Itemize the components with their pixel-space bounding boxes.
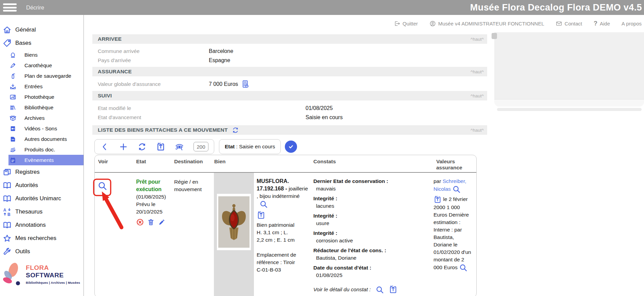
sidebar-item-carotheque[interactable]: Carothèque — [0, 60, 84, 71]
page-size-input[interactable] — [194, 142, 208, 151]
sidebar-item-outils[interactable]: Outils — [0, 245, 84, 258]
flora-software-logo: FLORA SOFTWARE Bibliothèques | Archives … — [1, 259, 83, 289]
photo-icon — [10, 94, 16, 100]
sidebar-item-evenements[interactable]: Evènements — [8, 155, 84, 165]
sidebar-item-registres[interactable]: Registres — [0, 165, 84, 179]
cell-voir — [95, 173, 133, 296]
toolbar-actions — [94, 139, 214, 154]
biens-table: Voir Etat Destination Bien Constats Vale… — [94, 155, 477, 296]
estimation-search-icon[interactable] — [459, 263, 467, 272]
logo-title: FLORA SOFTWARE — [26, 264, 83, 279]
sidebar-item-entrees[interactable]: Entrées — [0, 81, 84, 92]
apply-filter-button[interactable] — [285, 141, 297, 153]
menu-label[interactable]: Décrire — [26, 4, 44, 11]
calendar-icon — [10, 157, 16, 164]
mail-icon — [556, 20, 562, 27]
question-icon: ? — [594, 20, 597, 27]
sidebar-item-plan-de-sauvegarde[interactable]: Plan de sauvegarde — [0, 71, 84, 81]
section-arrivee-header: ARRIVEE ^haut^ — [92, 34, 487, 44]
ab-translate-icon — [3, 207, 12, 216]
home-icon — [3, 25, 12, 34]
calculator-icon[interactable] — [241, 80, 250, 88]
sidebar-item-biens[interactable]: Biens — [0, 50, 84, 60]
cell-constats: Dernier Etat de conservation :mauvais In… — [310, 173, 429, 296]
bien-open-icon[interactable] — [257, 211, 265, 220]
constat-item: Dernier Etat de conservation :mauvais — [313, 178, 426, 192]
open-book-icon — [3, 194, 12, 203]
bien-id: MUSFLORA. 17.192.168 - — [257, 178, 289, 191]
sidebar-item-autres-documents[interactable]: Autres documents — [0, 134, 84, 144]
edit-icon[interactable] — [158, 218, 166, 226]
sidebar-item-videos-sons[interactable]: Vidéos - Sons — [0, 123, 84, 134]
delete-icon[interactable] — [147, 218, 155, 226]
status-date: (01/08/2025) — [136, 193, 169, 201]
constat-item: Rédacteur de l'état de cons. :Bautista, … — [313, 247, 426, 262]
constat-open-icon[interactable] — [389, 285, 398, 294]
haut-link[interactable]: ^haut^ — [471, 69, 484, 74]
haut-link[interactable]: ^haut^ — [471, 37, 484, 42]
reload-icon[interactable] — [137, 142, 147, 151]
top-bar: Décrire Musée Flora Decalog Flora DEMO v… — [0, 0, 644, 15]
sidebar-item-annotations[interactable]: Annotations — [0, 218, 84, 232]
wrench-icon — [3, 247, 12, 256]
constat-search-icon[interactable] — [375, 285, 384, 294]
col-header-voir: Voir — [95, 155, 133, 172]
eagle-brooch-image — [218, 195, 250, 249]
sidebar-item-mes-recherches[interactable]: Mes recherches — [0, 232, 84, 245]
bien-search-icon[interactable] — [259, 200, 268, 208]
quitter-button[interactable]: Quitter — [394, 20, 418, 27]
constat-detail-line: Voir le détail du constat : — [313, 285, 426, 294]
constat-item: Date du constat d'état :01/08/2025 — [313, 264, 426, 279]
sidebar-item-produits-doc[interactable]: Produits doc. — [0, 144, 84, 155]
panel-collapse-handle[interactable] — [492, 33, 497, 39]
export-icon[interactable] — [156, 142, 165, 151]
aide-link[interactable]: ?Aide — [594, 20, 610, 27]
section-assurance-header: ASSURANCE ^haut^ — [92, 67, 487, 76]
user-menu[interactable]: Musée v4 ADMINISTRATEUR FONCTIONNEL — [429, 20, 544, 27]
cell-bien: MUSFLORA. 17.192.168 - joaillerie , bijo… — [211, 173, 310, 296]
contact-link[interactable]: Contact — [556, 20, 582, 27]
a-propos-link[interactable]: A propos — [622, 21, 642, 26]
refresh-icon[interactable] — [232, 127, 239, 134]
cancel-icon[interactable] — [136, 218, 144, 226]
sidebar-item-autorites-unimarc[interactable]: Autorités Unimarc — [0, 192, 84, 205]
filter-chip[interactable]: Etat : Saisie en cours — [219, 139, 281, 154]
eye-view-icon[interactable] — [175, 142, 184, 151]
artifact-icon — [10, 52, 16, 58]
cell-destination: Régie / en mouvement — [171, 173, 211, 296]
sidebar-item-general[interactable]: Général — [0, 23, 84, 36]
add-icon[interactable] — [119, 142, 128, 151]
back-chevron-icon[interactable] — [100, 142, 109, 151]
sidebar-item-phototheque[interactable]: Photothèque — [0, 92, 84, 102]
sidebar-item-bibliotheque[interactable]: Bibliothèque — [0, 102, 84, 113]
flora-flower-icon — [1, 259, 22, 289]
valeur-open-icon[interactable] — [434, 196, 442, 204]
sidebar-item-bases[interactable]: Bases — [0, 36, 84, 50]
author-search-icon[interactable] — [452, 185, 461, 193]
sidebar-item-thesaurus[interactable]: Thesaurus — [0, 205, 84, 218]
right-panel-shadow — [497, 108, 642, 111]
bien-details: MUSFLORA. 17.192.168 - joaillerie , bijo… — [257, 173, 310, 296]
hamburger-menu-icon[interactable] — [3, 2, 17, 13]
col-header-valeurs: Valeurs assurance — [429, 155, 477, 172]
view-record-search-icon[interactable] — [97, 181, 107, 191]
pages-icon — [10, 146, 16, 153]
artifact-photo — [217, 194, 251, 250]
col-header-constats: Constats — [310, 155, 429, 172]
list-toolbar: Etat : Saisie en cours — [94, 139, 297, 154]
field-row: Commune arrivéeBarcelone — [92, 47, 487, 56]
sidebar-item-archives[interactable]: Archives — [0, 113, 84, 123]
artifact-photo-cell — [214, 173, 254, 296]
books-icon — [10, 104, 16, 111]
user-icon — [429, 20, 436, 27]
haut-link[interactable]: ^haut^ — [471, 93, 484, 98]
utility-nav: Quitter Musée v4 ADMINISTRATEUR FONCTION… — [306, 19, 642, 28]
field-row: Etat d'avancementSaisie en cours — [92, 113, 487, 122]
field-row: Etat modifié le01/08/2025 — [92, 104, 487, 113]
haut-link[interactable]: ^haut^ — [471, 128, 484, 133]
sidebar-item-autorites[interactable]: Autorités — [0, 179, 84, 192]
brush-icon — [10, 62, 16, 69]
extinguisher-icon — [10, 73, 16, 79]
open-book-icon — [3, 181, 12, 190]
section-arrivee-body: Commune arrivéeBarcelone Pays d'arrivéeE… — [92, 47, 487, 65]
